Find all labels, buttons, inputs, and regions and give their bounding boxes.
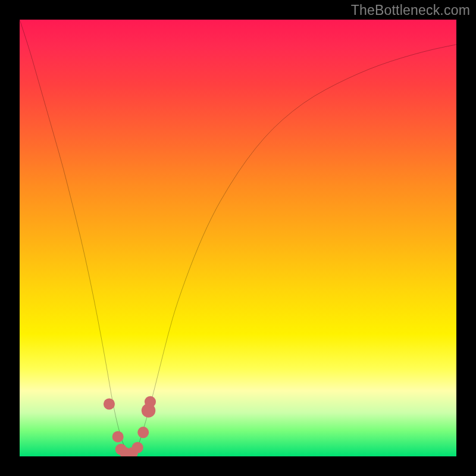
bottleneck-curve-path (20, 20, 456, 454)
plot-area (20, 20, 456, 456)
data-point-marker (112, 431, 124, 442)
bottleneck-curve-svg (20, 20, 456, 456)
data-point-marker (137, 427, 149, 438)
data-point-markers (104, 396, 156, 456)
data-point-marker (104, 398, 115, 409)
data-point-marker (145, 396, 156, 408)
data-point-marker (132, 442, 143, 453)
chart-frame: TheBottleneck.com (0, 0, 476, 476)
watermark-text: TheBottleneck.com (351, 2, 470, 18)
